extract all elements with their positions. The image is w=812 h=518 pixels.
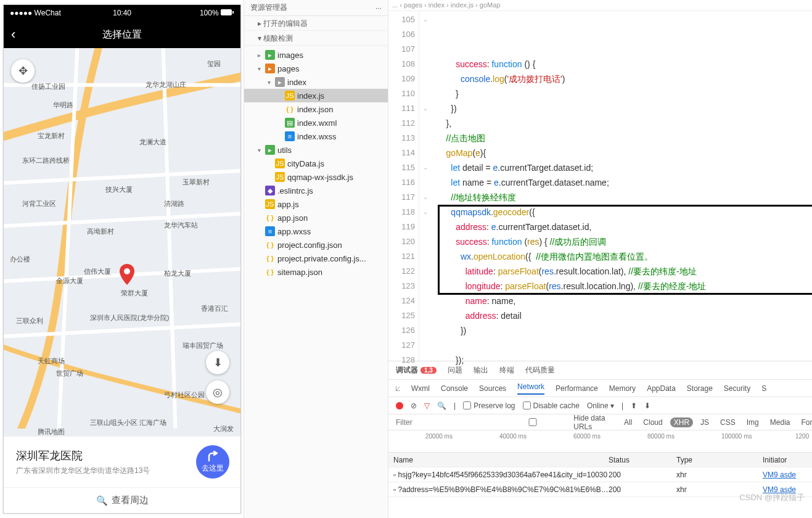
file-label: index.wxml <box>297 118 337 128</box>
filter-cloud[interactable]: Cloud <box>639 417 666 427</box>
file-qqmap-wx-jssdk.js[interactable]: JSqqmap-wx-jssdk.js <box>244 170 388 184</box>
json-icon: { } <box>285 104 295 114</box>
col-name[interactable]: Name <box>388 456 609 464</box>
file-explorer: 资源管理器 ··· ▸ 打开的编辑器 ▾ 核酸检测 ▸▸images▾▸page… <box>244 0 388 518</box>
devtools-tab-wxml[interactable]: Wxml <box>411 384 430 393</box>
opened-editors-section[interactable]: ▸ 打开的编辑器 <box>244 16 388 31</box>
search-icon: 🔍 <box>96 495 108 506</box>
file-index.json[interactable]: { }index.json <box>244 102 388 116</box>
map-label: 河背工业区 <box>22 199 56 208</box>
map-label: 三联山咀头小区 <box>90 418 137 427</box>
js-icon: JS <box>265 199 275 209</box>
nearby-button[interactable]: 🔍 查看周边 <box>4 487 240 513</box>
col-initiator[interactable]: Initiator <box>763 456 812 464</box>
file-label: sitemap.json <box>277 268 322 277</box>
filter-toggle[interactable]: ▽ <box>424 401 430 410</box>
file-label: index.js <box>297 91 324 101</box>
file-label: pages <box>277 64 299 73</box>
clock: 10:40 <box>84 9 159 17</box>
map-label: 华明路 <box>53 101 73 110</box>
col-type[interactable]: Type <box>676 456 763 464</box>
map-label: 天虹商场 <box>38 356 65 366</box>
folder-grey-icon: ▸ <box>275 77 285 87</box>
filter-media[interactable]: Media <box>766 417 794 427</box>
hide-data-urls-checkbox[interactable]: Hide data URLs <box>494 414 614 431</box>
file-pages[interactable]: ▾▸pages <box>244 62 388 75</box>
highlight-box <box>438 205 812 295</box>
clear-button[interactable]: ⊘ <box>411 401 417 410</box>
folder-orange-icon: ▸ <box>265 64 275 73</box>
json-icon: { } <box>265 213 275 223</box>
location-title: 深圳军龙医院 <box>16 448 187 463</box>
record-button[interactable] <box>396 402 403 409</box>
phone-simulator: ●●●●● WeChat 10:40 100% ‹ 选择位置 <box>0 0 244 518</box>
file-app.json[interactable]: { }app.json <box>244 211 388 224</box>
watermark: CSDN @摔跤猫子 <box>739 492 805 503</box>
timeline-tick: 100000 ms <box>721 433 752 440</box>
wxml-icon: ▤ <box>285 118 295 128</box>
map-label: 龙澜大道 <box>139 138 166 147</box>
code-editor[interactable]: 1051061071081091101111121131141151161171… <box>388 11 812 361</box>
page-title: 选择位置 <box>26 28 218 41</box>
network-timeline[interactable]: 20000 ms40000 ms60000 ms80000 ms100000 m… <box>388 430 812 453</box>
location-address: 广东省深圳市龙华区龙华街道华达路13号 <box>16 466 187 476</box>
turn-right-icon <box>207 451 219 462</box>
file-label: index.json <box>297 105 334 114</box>
battery-pct: 100% <box>200 9 219 17</box>
breadcrumb[interactable]: ... › pages › index › index.js › goMap <box>388 0 812 11</box>
project-root[interactable]: ▾ 核酸检测 <box>244 31 388 46</box>
file-label: index <box>287 78 306 87</box>
filter-all[interactable]: All <box>620 417 636 427</box>
svg-point-3 <box>124 268 130 274</box>
explorer-title: 资源管理器 <box>250 2 287 13</box>
file-app.js[interactable]: JSapp.js <box>244 197 388 211</box>
back-button[interactable]: ‹ <box>11 27 26 43</box>
file-.eslintrc.js[interactable]: ◆.eslintrc.js <box>244 184 388 197</box>
download-button[interactable]: ⬇ <box>206 351 229 374</box>
file-label: index.wxss <box>297 132 337 141</box>
filter-img[interactable]: Img <box>743 417 763 427</box>
map-label: 信伟大厦 <box>84 267 111 276</box>
file-project.private.config.js...[interactable]: { }project.private.config.js... <box>244 252 388 265</box>
file-app.wxss[interactable]: ≡app.wxss <box>244 224 388 238</box>
map-label: 技兴大厦 <box>105 185 133 194</box>
file-label: project.config.json <box>277 240 342 250</box>
map-label: 高坳新村 <box>87 227 114 236</box>
file-index.wxml[interactable]: ▤index.wxml <box>244 116 388 130</box>
map-label: 柏龙大厦 <box>164 269 191 278</box>
file-label: app.js <box>277 200 299 209</box>
go-here-button[interactable]: 去这里 <box>196 445 229 479</box>
map-label: 办公楼 <box>10 255 30 264</box>
file-sitemap.json[interactable]: { }sitemap.json <box>244 265 388 279</box>
map-label: 三联众利 <box>16 316 43 326</box>
file-index.wxss[interactable]: ≡index.wxss <box>244 130 388 143</box>
file-project.config.json[interactable]: { }project.config.json <box>244 238 388 252</box>
map-view[interactable]: 佳扬工业园龙华龙湖山庄玺园宝龙新村华明路龙澜大道东环二路跨线桥技兴大厦玉翠新村高… <box>4 48 240 436</box>
js-icon: JS <box>275 158 285 168</box>
locate-button[interactable]: ◎ <box>206 380 229 404</box>
file-index.js[interactable]: JSindex.js <box>244 89 388 102</box>
filter-input[interactable] <box>396 418 488 427</box>
file-index[interactable]: ▾▸index <box>244 75 388 89</box>
compass-button[interactable]: ✥ <box>11 59 35 83</box>
network-row[interactable]: ▫ hsjg?key=14bfc4f545f96625339d30364a67e… <box>388 467 812 482</box>
timeline-tick: 20000 ms <box>425 433 453 440</box>
file-images[interactable]: ▸▸images <box>244 48 388 62</box>
file-cityData.js[interactable]: JScityData.js <box>244 157 388 170</box>
map-label: 玺园 <box>207 59 221 68</box>
wxss-icon: ≡ <box>285 131 295 141</box>
filter-xhr[interactable]: XHR <box>670 417 693 427</box>
explorer-more-button[interactable]: ··· <box>375 4 382 12</box>
file-utils[interactable]: ▾▸utils <box>244 143 388 157</box>
svg-rect-0 <box>221 9 232 15</box>
carrier: WeChat <box>35 9 61 17</box>
inspect-icon[interactable]: ⟀ <box>396 384 400 393</box>
filter-font[interactable]: Font <box>797 417 812 427</box>
file-label: project.private.config.js... <box>277 254 366 263</box>
filter-js[interactable]: JS <box>697 417 713 427</box>
filter-css[interactable]: CSS <box>716 417 739 427</box>
timeline-tick: 1200 <box>795 433 809 440</box>
col-status[interactable]: Status <box>609 456 676 464</box>
map-pin-icon <box>118 264 136 288</box>
file-label: app.wxss <box>277 227 311 236</box>
